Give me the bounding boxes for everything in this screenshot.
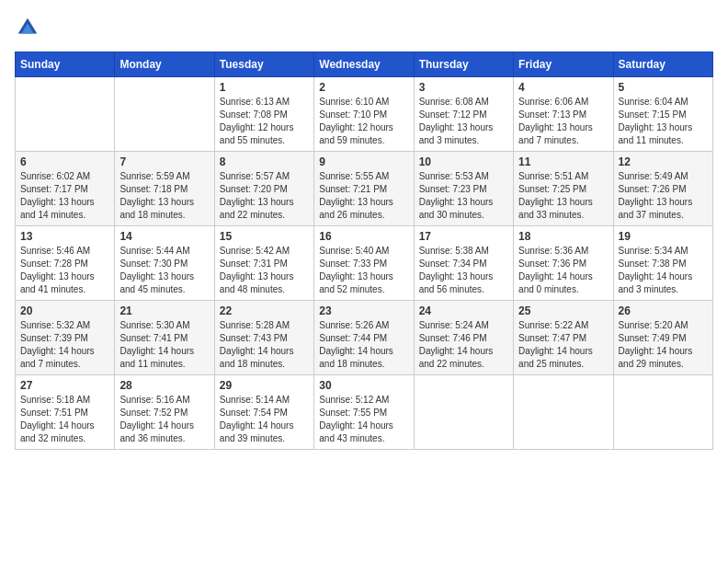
daylight-hours: Daylight: 13 hours and 22 minutes. <box>220 197 294 220</box>
day-info: Sunrise: 5:53 AM Sunset: 7:23 PM Dayligh… <box>419 170 508 222</box>
day-number: 14 <box>119 230 209 243</box>
calendar-cell: 26 Sunrise: 5:20 AM Sunset: 7:49 PM Dayl… <box>613 301 712 375</box>
sunrise-time: Sunrise: 6:10 AM <box>319 97 389 107</box>
daylight-hours: Daylight: 14 hours and 36 minutes. <box>119 420 194 443</box>
sunrise-time: Sunrise: 6:08 AM <box>419 97 489 107</box>
day-info: Sunrise: 6:02 AM Sunset: 7:17 PM Dayligh… <box>20 170 109 222</box>
sunrise-time: Sunrise: 5:55 AM <box>319 171 389 181</box>
day-number: 12 <box>619 155 708 168</box>
day-info: Sunrise: 5:40 AM Sunset: 7:33 PM Dayligh… <box>319 245 408 296</box>
sunrise-time: Sunrise: 5:32 AM <box>20 320 90 330</box>
sunset-time: Sunset: 7:34 PM <box>419 259 487 269</box>
day-number: 1 <box>220 81 309 94</box>
daylight-hours: Daylight: 12 hours and 59 minutes. <box>319 122 393 145</box>
sunrise-time: Sunrise: 5:59 AM <box>119 171 189 181</box>
daylight-hours: Daylight: 14 hours and 11 minutes. <box>119 346 194 369</box>
daylight-hours: Daylight: 14 hours and 25 minutes. <box>518 346 593 369</box>
calendar-week-3: 13 Sunrise: 5:46 AM Sunset: 7:28 PM Dayl… <box>16 226 713 301</box>
calendar-cell: 20 Sunrise: 5:32 AM Sunset: 7:39 PM Dayl… <box>16 301 115 375</box>
calendar-table: SundayMondayTuesdayWednesdayThursdayFrid… <box>15 52 713 450</box>
day-info: Sunrise: 5:59 AM Sunset: 7:18 PM Dayligh… <box>119 170 209 222</box>
sunset-time: Sunset: 7:23 PM <box>419 184 487 194</box>
day-info: Sunrise: 5:20 AM Sunset: 7:49 PM Dayligh… <box>619 319 708 371</box>
sunrise-time: Sunrise: 5:38 AM <box>419 246 489 256</box>
calendar-cell: 1 Sunrise: 6:13 AM Sunset: 7:08 PM Dayli… <box>214 77 313 152</box>
calendar-cell: 15 Sunrise: 5:42 AM Sunset: 7:31 PM Dayl… <box>214 226 313 301</box>
day-number: 27 <box>20 379 109 392</box>
day-number: 9 <box>319 155 408 168</box>
sunset-time: Sunset: 7:20 PM <box>220 184 288 194</box>
day-info: Sunrise: 5:34 AM Sunset: 7:38 PM Dayligh… <box>619 245 708 296</box>
daylight-hours: Daylight: 14 hours and 3 minutes. <box>619 271 693 294</box>
calendar-cell: 19 Sunrise: 5:34 AM Sunset: 7:38 PM Dayl… <box>613 226 712 301</box>
sunset-time: Sunset: 7:54 PM <box>220 408 288 418</box>
daylight-hours: Daylight: 13 hours and 11 minutes. <box>619 122 693 145</box>
day-info: Sunrise: 5:46 AM Sunset: 7:28 PM Dayligh… <box>20 245 109 296</box>
sunset-time: Sunset: 7:31 PM <box>220 259 288 269</box>
sunset-time: Sunset: 7:36 PM <box>518 259 586 269</box>
sunset-time: Sunset: 7:18 PM <box>119 184 188 194</box>
calendar-cell: 30 Sunrise: 5:12 AM Sunset: 7:55 PM Dayl… <box>314 375 414 450</box>
sunrise-time: Sunrise: 5:24 AM <box>419 320 489 330</box>
daylight-hours: Daylight: 13 hours and 33 minutes. <box>518 197 593 220</box>
sunset-time: Sunset: 7:28 PM <box>20 259 88 269</box>
calendar-cell: 8 Sunrise: 5:57 AM Sunset: 7:20 PM Dayli… <box>214 152 313 226</box>
calendar-cell <box>16 77 115 152</box>
daylight-hours: Daylight: 14 hours and 18 minutes. <box>319 346 393 369</box>
day-number: 19 <box>619 230 708 243</box>
sunrise-time: Sunrise: 5:57 AM <box>220 171 290 181</box>
sunrise-time: Sunrise: 5:46 AM <box>20 246 90 256</box>
daylight-hours: Daylight: 13 hours and 26 minutes. <box>319 197 393 220</box>
daylight-hours: Daylight: 14 hours and 0 minutes. <box>518 271 593 294</box>
sunset-time: Sunset: 7:33 PM <box>319 259 387 269</box>
day-number: 15 <box>220 230 309 243</box>
calendar-cell <box>613 375 712 450</box>
day-number: 8 <box>220 155 309 168</box>
sunrise-time: Sunrise: 5:44 AM <box>119 246 189 256</box>
daylight-hours: Daylight: 13 hours and 37 minutes. <box>619 197 693 220</box>
sunrise-time: Sunrise: 5:22 AM <box>518 320 588 330</box>
day-number: 5 <box>619 81 708 94</box>
day-info: Sunrise: 5:38 AM Sunset: 7:34 PM Dayligh… <box>419 245 508 296</box>
daylight-hours: Daylight: 13 hours and 18 minutes. <box>119 197 194 220</box>
sunrise-time: Sunrise: 5:16 AM <box>119 395 189 405</box>
day-number: 4 <box>518 81 608 94</box>
sunset-time: Sunset: 7:10 PM <box>319 109 387 120</box>
sunset-time: Sunset: 7:13 PM <box>518 109 586 120</box>
sunrise-time: Sunrise: 5:26 AM <box>319 320 389 330</box>
day-number: 16 <box>319 230 408 243</box>
calendar-cell: 22 Sunrise: 5:28 AM Sunset: 7:43 PM Dayl… <box>214 301 313 375</box>
day-info: Sunrise: 5:28 AM Sunset: 7:43 PM Dayligh… <box>220 319 309 371</box>
sunset-time: Sunset: 7:39 PM <box>20 333 88 343</box>
sunrise-time: Sunrise: 5:51 AM <box>518 171 588 181</box>
weekday-header-saturday: Saturday <box>613 52 712 77</box>
day-info: Sunrise: 5:16 AM Sunset: 7:52 PM Dayligh… <box>119 394 209 445</box>
sunset-time: Sunset: 7:25 PM <box>518 184 586 194</box>
calendar-cell: 4 Sunrise: 6:06 AM Sunset: 7:13 PM Dayli… <box>514 77 613 152</box>
sunset-time: Sunset: 7:12 PM <box>419 109 487 120</box>
sunset-time: Sunset: 7:46 PM <box>419 333 487 343</box>
day-number: 11 <box>518 155 608 168</box>
daylight-hours: Daylight: 13 hours and 3 minutes. <box>419 122 494 145</box>
daylight-hours: Daylight: 14 hours and 18 minutes. <box>220 346 294 369</box>
sunrise-time: Sunrise: 5:42 AM <box>220 246 290 256</box>
day-number: 26 <box>619 304 708 317</box>
day-info: Sunrise: 6:06 AM Sunset: 7:13 PM Dayligh… <box>518 96 608 147</box>
sunset-time: Sunset: 7:15 PM <box>619 109 687 120</box>
sunrise-time: Sunrise: 5:14 AM <box>220 395 290 405</box>
daylight-hours: Daylight: 13 hours and 41 minutes. <box>20 271 95 294</box>
sunrise-time: Sunrise: 5:28 AM <box>220 320 290 330</box>
day-number: 30 <box>319 379 408 392</box>
day-info: Sunrise: 5:42 AM Sunset: 7:31 PM Dayligh… <box>220 245 309 296</box>
weekday-header-sunday: Sunday <box>16 52 115 77</box>
daylight-hours: Daylight: 13 hours and 7 minutes. <box>518 122 593 145</box>
sunset-time: Sunset: 7:49 PM <box>619 333 687 343</box>
day-number: 24 <box>419 304 508 317</box>
sunrise-time: Sunrise: 5:34 AM <box>619 246 688 256</box>
calendar-cell: 12 Sunrise: 5:49 AM Sunset: 7:26 PM Dayl… <box>613 152 712 226</box>
weekday-header-row: SundayMondayTuesdayWednesdayThursdayFrid… <box>16 52 713 77</box>
calendar-cell: 11 Sunrise: 5:51 AM Sunset: 7:25 PM Dayl… <box>514 152 613 226</box>
sunset-time: Sunset: 7:08 PM <box>220 109 288 120</box>
calendar-cell <box>115 77 214 152</box>
calendar-cell: 16 Sunrise: 5:40 AM Sunset: 7:33 PM Dayl… <box>314 226 414 301</box>
